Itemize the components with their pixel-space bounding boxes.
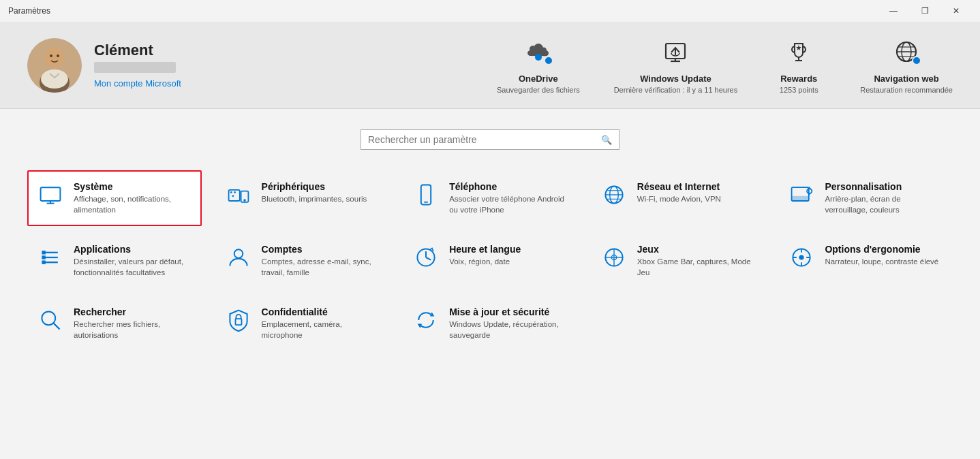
- setting-desc-peripheriques: Bluetooth, imprimantes, souris: [262, 194, 367, 205]
- svg-point-1: [45, 48, 64, 67]
- rewards-name: Rewards: [780, 74, 817, 84]
- setting-name-telephone: Téléphone: [449, 181, 568, 192]
- setting-desc-reseau: Wi-Fi, mode Avion, VPN: [637, 194, 721, 205]
- miseajour-icon: [412, 306, 440, 334]
- setting-name-confidentialite: Confidentialité: [262, 306, 380, 317]
- svg-point-3: [41, 69, 68, 89]
- search-input[interactable]: [368, 134, 601, 145]
- setting-name-heure: Heure et langue: [449, 244, 521, 255]
- svg-point-5: [57, 54, 59, 57]
- svg-rect-42: [42, 256, 45, 259]
- svg-point-25: [243, 200, 246, 202]
- setting-miseajour[interactable]: Mise à jour et sécurité Windows Update, …: [403, 296, 577, 351]
- close-button[interactable]: ✕: [940, 0, 972, 22]
- setting-name-rechercher: Rechercher: [74, 306, 192, 317]
- setting-peripheriques[interactable]: Périphériques Bluetooth, imprimantes, so…: [215, 170, 390, 226]
- confidentialite-icon: [225, 306, 252, 334]
- svg-line-55: [54, 323, 60, 330]
- profile-name: Clément: [94, 42, 181, 59]
- telephone-icon: [412, 181, 440, 208]
- titlebar: Paramètres — ❐ ✕: [0, 0, 980, 22]
- svg-point-23: [232, 195, 234, 197]
- windows-update-name: Windows Update: [640, 74, 711, 84]
- service-onedrive[interactable]: OneDrive Sauvegarder des fichiers: [497, 35, 580, 95]
- svg-line-47: [426, 257, 431, 260]
- setting-confidentialite[interactable]: Confidentialité Emplacement, caméra, mic…: [215, 296, 390, 351]
- svg-point-53: [799, 255, 804, 260]
- peripheriques-icon: [225, 181, 252, 208]
- svg-rect-17: [41, 187, 61, 201]
- applications-icon: [37, 244, 64, 271]
- onedrive-desc: Sauvegarder des fichiers: [497, 85, 580, 95]
- setting-desc-comptes: Comptes, adresse e-mail, sync, travail, …: [262, 257, 380, 278]
- setting-name-miseajour: Mise à jour et sécurité: [449, 306, 568, 317]
- heure-icon: [412, 244, 440, 271]
- minimize-button[interactable]: —: [878, 0, 909, 22]
- setting-desc-jeux: Xbox Game Bar, captures, Mode Jeu: [637, 257, 756, 278]
- setting-systeme[interactable]: Système Affichage, son, notifications, a…: [27, 170, 202, 226]
- windows-update-icon: [659, 35, 692, 68]
- svg-point-21: [234, 191, 236, 193]
- header-services: OneDrive Sauvegarder des fichiers Window…: [497, 35, 953, 95]
- setting-name-jeux: Jeux: [637, 244, 756, 255]
- setting-applications[interactable]: Applications Désinstaller, valeurs par d…: [27, 233, 202, 289]
- service-rewards[interactable]: Rewards 1253 points: [771, 35, 826, 95]
- setting-rechercher[interactable]: Rechercher Rechercher mes fichiers, auto…: [27, 296, 202, 351]
- setting-name-ergonomie: Options d'ergonomie: [825, 244, 938, 255]
- svg-rect-34: [792, 196, 809, 201]
- setting-desc-applications: Désinstaller, valeurs par défaut, foncti…: [74, 257, 192, 278]
- reseau-icon: [600, 181, 628, 208]
- setting-desc-miseajour: Windows Update, récupération, sauvegarde: [449, 319, 568, 341]
- onedrive-name: OneDrive: [519, 74, 558, 84]
- rewards-desc: 1253 points: [780, 85, 818, 95]
- ergonomie-icon: [788, 244, 815, 271]
- setting-name-systeme: Système: [74, 181, 192, 192]
- svg-point-54: [42, 312, 55, 326]
- service-navigation-web[interactable]: Navigation web Restauration recommandée: [860, 35, 953, 95]
- microsoft-account-link[interactable]: Mon compte Microsoft: [94, 78, 181, 89]
- search-icon: 🔍: [601, 135, 612, 145]
- windows-update-desc: Dernière vérification : il y a 11 heures: [614, 85, 738, 95]
- settings-grid: Système Affichage, son, notifications, a…: [0, 163, 980, 351]
- setting-desc-heure: Voix, région, date: [449, 257, 521, 268]
- onedrive-icon: [522, 35, 555, 68]
- setting-desc-ergonomie: Narrateur, loupe, contraste élevé: [825, 257, 938, 268]
- setting-reseau[interactable]: Réseau et Internet Wi-Fi, mode Avion, VP…: [591, 170, 765, 226]
- search-section: 🔍: [0, 109, 980, 163]
- setting-comptes[interactable]: Comptes Comptes, adresse e-mail, sync, t…: [215, 233, 390, 289]
- navigation-web-name: Navigation web: [874, 74, 938, 84]
- navigation-web-icon: [890, 35, 923, 68]
- search-box: 🔍: [361, 129, 619, 150]
- setting-desc-systeme: Affichage, son, notifications, alimentat…: [74, 194, 192, 215]
- window-title: Paramètres: [8, 6, 50, 16]
- systeme-icon: [37, 181, 64, 208]
- svg-point-22: [230, 191, 232, 193]
- svg-rect-41: [42, 251, 45, 254]
- personnalisation-icon: [788, 181, 815, 208]
- setting-name-reseau: Réseau et Internet: [637, 181, 721, 192]
- profile-info: Clément Mon compte Microsoft: [94, 42, 181, 89]
- rewards-icon: [782, 35, 815, 68]
- setting-heure[interactable]: Heure et langue Voix, région, date: [403, 233, 577, 289]
- maximize-button[interactable]: ❐: [909, 0, 940, 22]
- svg-point-44: [234, 250, 243, 259]
- svg-point-6: [535, 54, 542, 61]
- header: Clément Mon compte Microsoft OneDrive Sa…: [0, 22, 980, 109]
- setting-name-peripheriques: Périphériques: [262, 181, 367, 192]
- setting-desc-confidentialite: Emplacement, caméra, microphone: [262, 319, 380, 341]
- setting-desc-telephone: Associer votre téléphone Android ou votr…: [449, 194, 568, 215]
- navigation-web-desc: Restauration recommandée: [860, 85, 953, 95]
- setting-jeux[interactable]: Jeux Xbox Game Bar, captures, Mode Jeu: [591, 233, 765, 289]
- setting-ergonomie[interactable]: Options d'ergonomie Narrateur, loupe, co…: [778, 233, 953, 289]
- rechercher-icon: [37, 306, 64, 334]
- setting-name-applications: Applications: [74, 244, 192, 255]
- profile-section: Clément Mon compte Microsoft: [27, 38, 266, 93]
- svg-rect-43: [42, 261, 45, 264]
- service-windows-update[interactable]: Windows Update Dernière vérification : i…: [614, 35, 738, 95]
- jeux-icon: [600, 244, 628, 271]
- setting-name-comptes: Comptes: [262, 244, 380, 255]
- setting-personnalisation[interactable]: Personnalisation Arrière-plan, écran de …: [778, 170, 953, 226]
- setting-telephone[interactable]: Téléphone Associer votre téléphone Andro…: [403, 170, 577, 226]
- svg-rect-56: [235, 319, 241, 326]
- svg-rect-20: [228, 190, 239, 201]
